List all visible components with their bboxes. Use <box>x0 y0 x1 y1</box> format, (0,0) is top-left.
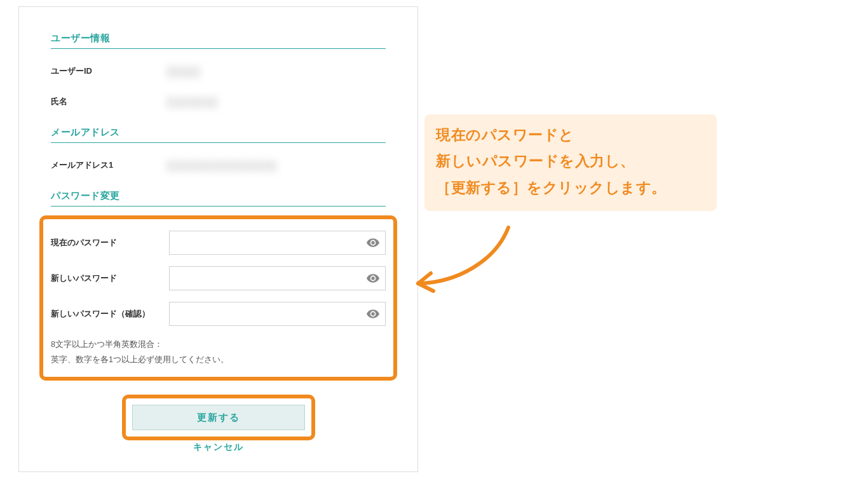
password-highlight-box: 現在のパスワード 新しいパスワード 新しいパスワード（確認） <box>39 215 397 381</box>
actions: 更新する キャンセル <box>51 395 386 453</box>
confirm-password-input[interactable] <box>169 302 386 326</box>
eye-icon[interactable] <box>367 274 379 283</box>
password-hint-line1: 8文字以上かつ半角英数混合： <box>51 337 386 353</box>
email1-label: メールアドレス1 <box>51 159 166 171</box>
current-password-input-wrap <box>169 231 386 255</box>
name-row: 氏名 ███████ <box>51 96 386 107</box>
update-button[interactable]: 更新する <box>132 405 305 430</box>
user-id-value: █████ <box>166 66 200 77</box>
new-password-input[interactable] <box>169 266 386 290</box>
email1-row: メールアドレス1 ███████████████ <box>51 159 386 171</box>
settings-form-panel: ユーザー情報 ユーザーID █████ 氏名 ███████ メールアドレス メ… <box>18 6 418 472</box>
current-password-row: 現在のパスワード <box>51 231 386 255</box>
user-id-label: ユーザーID <box>51 65 166 77</box>
section-heading-password: パスワード変更 <box>51 190 386 207</box>
name-value: ███████ <box>166 97 218 107</box>
eye-icon[interactable] <box>367 309 379 318</box>
password-hint: 8文字以上かつ半角英数混合： 英字、数字を各1つ以上必ず使用してください。 <box>51 337 386 368</box>
current-password-label: 現在のパスワード <box>51 237 169 248</box>
update-highlight-box: 更新する <box>122 395 315 440</box>
section-heading-email: メールアドレス <box>51 126 386 143</box>
name-label: 氏名 <box>51 96 166 107</box>
current-password-input[interactable] <box>169 231 386 255</box>
password-hint-line2: 英字、数字を各1つ以上必ず使用してください。 <box>51 353 386 368</box>
confirm-password-row: 新しいパスワード（確認） <box>51 302 386 326</box>
instruction-callout: 現在のパスワードと 新しいパスワードを入力し、 ［更新する］をクリックします。 <box>424 114 717 211</box>
new-password-label: 新しいパスワード <box>51 273 169 284</box>
callout-line-1: 現在のパスワードと <box>436 122 705 148</box>
new-password-input-wrap <box>169 266 386 290</box>
callout-line-3: ［更新する］をクリックします。 <box>436 175 705 201</box>
new-password-row: 新しいパスワード <box>51 266 386 290</box>
cancel-link[interactable]: キャンセル <box>51 442 386 453</box>
user-id-row: ユーザーID █████ <box>51 65 386 77</box>
confirm-password-input-wrap <box>169 302 386 326</box>
email1-value: ███████████████ <box>166 160 277 171</box>
callout-line-2: 新しいパスワードを入力し、 <box>436 148 705 174</box>
callout-arrow-icon <box>407 222 527 299</box>
eye-icon[interactable] <box>367 238 379 247</box>
confirm-password-label: 新しいパスワード（確認） <box>51 308 169 320</box>
section-heading-user-info: ユーザー情報 <box>51 32 386 49</box>
